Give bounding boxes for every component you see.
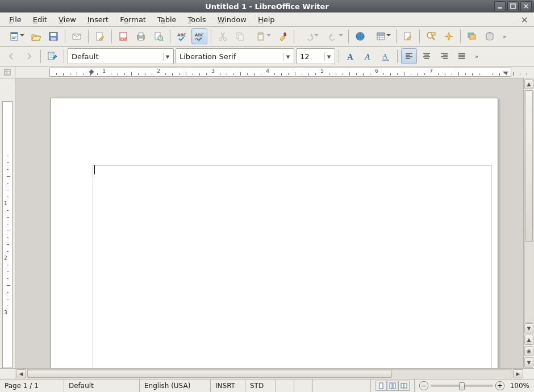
hyperlink-button[interactable] [352,28,368,44]
menu-view[interactable]: View [53,14,82,26]
font-size-combo[interactable]: 12▾ [296,48,335,64]
scroll-thumb[interactable] [525,90,533,242]
zoom-slider[interactable] [431,385,493,387]
scroll-thumb[interactable] [27,370,392,378]
menu-window[interactable]: Window [212,14,252,26]
close-button[interactable] [520,1,532,11]
status-modified-icon[interactable] [276,380,294,392]
scroll-up-button[interactable]: ▲ [524,79,533,89]
navigator-button[interactable] [441,28,457,44]
ruler-label: 2 [4,255,7,261]
zoom-value[interactable]: 100% [507,382,529,390]
data-sources-button[interactable] [482,28,498,44]
maximize-button[interactable] [507,1,519,11]
scroll-down-button[interactable]: ▼ [524,323,533,333]
svg-rect-38 [470,35,475,39]
align-center-button[interactable] [419,48,435,64]
scroll-right-button[interactable]: ▶ [513,369,523,378]
vertical-ruler[interactable]: 123 [0,78,15,368]
menu-table[interactable]: Table [152,14,182,26]
scroll-left-button[interactable]: ◀ [16,369,26,378]
page[interactable] [50,98,498,368]
menu-insert[interactable]: Insert [82,14,114,26]
paragraph-style-combo[interactable]: Default▾ [68,48,174,64]
align-justify-button[interactable] [454,48,470,64]
menu-tools[interactable]: Tools [182,14,212,26]
paste-button[interactable] [250,28,273,44]
ruler-label: 1 [4,201,7,206]
menu-help[interactable]: Help [252,14,281,26]
svg-text:A: A [382,52,388,60]
menu-edit[interactable]: Edit [27,14,53,26]
status-language[interactable]: English (USA) [140,380,211,392]
cut-button[interactable] [215,28,231,44]
nav-prev-page-button[interactable]: ▲ [524,335,533,345]
nav-forward-button[interactable] [21,48,37,64]
font-name-combo[interactable]: Liberation Serif▾ [176,48,294,64]
view-multi-page-button[interactable] [387,381,398,391]
dropdown-arrow-icon[interactable]: ▾ [283,52,292,61]
email-button[interactable] [69,28,85,44]
export-pdf-button[interactable]: PDF [115,28,131,44]
vertical-scrollbar[interactable]: ▲ ▼ ▲ ◉ ▼ [523,78,534,368]
auto-spellcheck-button[interactable]: ABC [191,28,207,44]
bold-button[interactable]: A [343,48,358,64]
status-page-style[interactable]: Default [64,380,140,392]
ruler-label: 2 [157,68,160,74]
edit-file-button[interactable] [92,28,108,44]
align-left-button[interactable] [401,48,417,64]
zoom-slider-knob[interactable] [459,382,465,390]
dropdown-arrow-icon[interactable]: ▾ [163,52,172,61]
view-single-page-button[interactable] [376,381,387,391]
spellcheck-button[interactable]: ABC [174,28,190,44]
styles-button[interactable] [44,48,60,64]
undo-button[interactable] [298,28,320,44]
menu-format[interactable]: Format [114,14,152,26]
new-button[interactable] [3,28,26,44]
nav-back-button[interactable] [3,48,19,64]
underline-button[interactable]: A [378,48,394,64]
save-button[interactable] [45,28,61,44]
work-area: 123 ▲ ▼ ▲ ◉ ▼ [0,78,534,368]
svg-rect-9 [51,37,56,40]
navigation-button[interactable]: ◉ [524,346,533,356]
print-preview-button[interactable] [151,28,166,44]
insert-table-button[interactable] [370,28,393,44]
find-replace-button[interactable] [423,28,439,44]
dropdown-arrow-icon[interactable]: ▾ [324,52,333,61]
copy-button[interactable] [232,28,248,44]
svg-point-22 [224,38,227,41]
menu-file[interactable]: File [3,14,27,26]
status-selection-mode[interactable]: STD [245,380,276,392]
horizontal-ruler[interactable]: 1234567 [15,66,534,78]
format-paintbrush-button[interactable] [274,28,290,44]
nav-next-page-button[interactable]: ▼ [524,357,533,368]
svg-rect-49 [379,383,383,389]
redo-button[interactable] [322,28,345,44]
scroll-track[interactable] [27,369,512,378]
zoom-out-button[interactable]: − [419,381,428,390]
zoom-in-button[interactable]: + [495,381,504,390]
align-right-button[interactable] [436,48,452,64]
scroll-track[interactable] [524,90,533,323]
svg-text:A: A [364,52,370,61]
document-close-icon[interactable]: × [519,14,531,25]
svg-rect-24 [239,35,243,40]
document-canvas[interactable] [15,78,523,368]
open-button[interactable] [28,28,44,44]
italic-button[interactable]: A [360,48,376,64]
status-page[interactable]: Page 1 / 1 [0,380,64,392]
status-insert-mode[interactable]: INSRT [211,380,245,392]
status-signature-icon[interactable] [294,380,313,392]
minimize-button[interactable] [494,1,506,11]
toolbar-overflow-icon[interactable]: » [472,53,482,60]
print-button[interactable] [133,28,149,44]
svg-rect-41 [49,53,53,55]
svg-rect-8 [51,33,56,36]
show-draw-functions-button[interactable] [400,28,416,44]
horizontal-scrollbar[interactable]: ◀ ▶ [0,368,534,379]
view-book-button[interactable] [398,381,410,391]
toolbar-overflow-icon[interactable]: » [499,34,510,40]
gallery-button[interactable] [464,28,480,44]
ruler-corner [0,66,15,78]
